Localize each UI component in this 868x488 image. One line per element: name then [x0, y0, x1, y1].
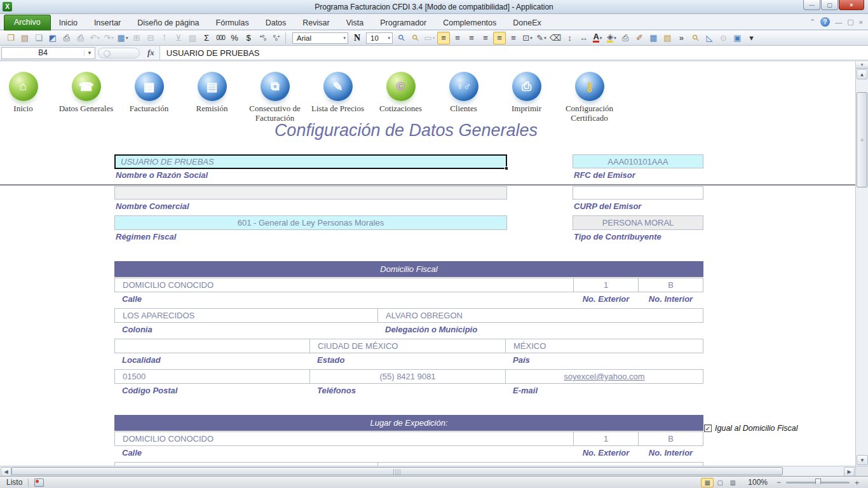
pane-split-line[interactable] — [0, 184, 855, 186]
tab-datos[interactable]: Datos — [257, 16, 295, 30]
delete-cells-icon[interactable]: ⊟ — [144, 32, 157, 44]
align-bottom-icon[interactable]: ≡ — [479, 32, 492, 44]
regimen-fiscal-field[interactable]: 601 - General de Ley Personas Morales — [114, 215, 507, 230]
tab-inicio[interactable]: Inicio — [51, 16, 86, 30]
draw-border-icon[interactable]: ✎▾ — [535, 32, 548, 44]
currency-format-icon[interactable]: $ — [242, 32, 255, 44]
tab-revisar[interactable]: Revisar — [294, 16, 337, 30]
scroll-down-button[interactable]: ▼ — [857, 455, 868, 465]
nav-remision[interactable]: ▤Remisión — [180, 72, 243, 123]
font-color-icon[interactable]: A▾ — [591, 32, 604, 44]
lock-icon[interactable]: ⊙ — [717, 32, 729, 44]
dom-codigo-postal-field[interactable]: 01500 — [114, 369, 310, 384]
name-box[interactable]: B4 ▼ — [1, 47, 95, 59]
page-break-view-button[interactable]: ▥ — [726, 478, 739, 487]
redo-icon[interactable]: ↷▾ — [102, 32, 115, 44]
eraser-icon[interactable]: ⌫ — [549, 32, 562, 44]
scroll-up-button[interactable]: ▲ — [857, 69, 867, 79]
nav-imprimir[interactable]: ⎙Imprimir — [495, 72, 558, 123]
vertical-scrollbar[interactable]: ▼ ▲ ≡ ▼ — [855, 62, 868, 466]
merge-cells-icon[interactable]: ▭▾ — [423, 32, 436, 44]
paste-icon[interactable]: ▤ — [18, 32, 31, 44]
insert-table-icon[interactable]: ▦▾ — [116, 32, 129, 44]
align-center-icon[interactable]: ≡ — [451, 32, 464, 44]
find-icon[interactable]: ⚲ — [689, 32, 702, 44]
tab-complementos[interactable]: Complementos — [435, 16, 505, 30]
scroll-right-button[interactable]: ▶ — [844, 467, 855, 477]
scroll-left-button[interactable]: ◀ — [1, 467, 11, 477]
new-file-icon[interactable]: ❏ — [32, 32, 45, 44]
dom-colonia-field[interactable]: LOS APARECIDOS — [114, 308, 378, 323]
exp-no-exterior-field[interactable]: 1 — [573, 431, 639, 446]
row-height-icon[interactable]: ↕ — [563, 32, 576, 44]
contacts-icon[interactable]: ▤ — [661, 32, 674, 44]
fill-color-icon[interactable]: ◈▾ — [605, 32, 618, 44]
insert-cells-icon[interactable]: ⊞ — [130, 32, 143, 44]
align-middle-icon[interactable]: ≡ — [493, 32, 506, 44]
restore-window-button[interactable]: ▢ — [821, 0, 838, 10]
checkbox-box[interactable]: ✓ — [704, 424, 712, 432]
decrease-decimal-icon[interactable]: ⁰₀⁺ — [270, 32, 283, 44]
vertical-scroll-thumb[interactable]: ≡ — [857, 92, 867, 187]
undo-icon[interactable]: ↶▾ — [88, 32, 101, 44]
column-width-icon[interactable]: ↔ — [577, 32, 590, 44]
zoom-out-button[interactable]: − — [774, 478, 783, 487]
minimize-window-button[interactable]: — — [803, 0, 820, 10]
dom-estado-field[interactable]: CIUDAD DE MÉXICO — [309, 339, 506, 353]
nav-configuracion-certificado[interactable]: ⚷Configuración Certificado — [558, 72, 621, 123]
macro-record-icon[interactable] — [34, 478, 44, 487]
dom-email-link[interactable]: soyexcel@yahoo.com — [505, 369, 703, 384]
formula-input[interactable]: USUARIO DE PRUEBAS — [159, 46, 868, 60]
zoom-slider-thumb[interactable] — [815, 478, 821, 487]
help-icon[interactable]: ? — [820, 17, 830, 27]
nav-facturacion[interactable]: ▦Facturación — [118, 72, 180, 123]
align-left-icon[interactable]: ≡ — [437, 32, 450, 44]
zoom-level[interactable]: 100% — [748, 478, 768, 487]
edit-table-icon[interactable]: ▦ — [647, 32, 660, 44]
font-size-combo[interactable]: 10▾ — [366, 32, 393, 44]
nav-inicio[interactable]: ⌂Inicio — [0, 72, 55, 123]
print-area-icon[interactable]: ⎙ — [619, 32, 632, 44]
save-icon[interactable]: ◩ — [46, 32, 59, 44]
form-properties-icon[interactable]: ▣ — [731, 32, 743, 44]
curp-field[interactable] — [573, 186, 703, 200]
nav-datos-generales[interactable]: ☎Datos Generales — [55, 72, 118, 123]
dom-localidad-field[interactable] — [114, 339, 310, 353]
open-file-icon[interactable]: ❒ — [4, 32, 17, 44]
page-layout-view-button[interactable]: ▢ — [714, 478, 726, 487]
dom-delegacion-field[interactable]: ALVARO OBREGON — [377, 308, 703, 323]
nav-consecutivo-de-facturacion[interactable]: ⧉Consecutivo de Facturación — [243, 72, 306, 123]
font-name-combo[interactable]: Arial▾ — [292, 32, 348, 44]
tab-formulas[interactable]: Fórmulas — [208, 16, 257, 30]
split-box[interactable]: ▼ — [856, 62, 868, 69]
tipo-contribuyente-field[interactable]: PERSONA MORAL — [573, 215, 703, 230]
razon-social-field[interactable]: USUARIO DE PRUEBAS — [114, 154, 507, 169]
tab-insertar[interactable]: Insertar — [86, 16, 129, 30]
exp-calle-field[interactable]: DOMICILIO CONOCIDO — [114, 431, 574, 446]
delete-rows-icon[interactable]: ⊻ — [172, 32, 185, 44]
percent-format-icon[interactable]: % — [228, 32, 241, 44]
dom-telefonos-field[interactable]: (55) 8421 9081 — [309, 369, 506, 384]
toolbar-options-icon[interactable]: ▾ — [745, 32, 757, 44]
minimize-workbook-icon[interactable]: — — [835, 18, 842, 26]
fill-handle[interactable] — [505, 166, 508, 170]
tab-vista[interactable]: Vista — [338, 16, 372, 30]
chart-tools-icon[interactable]: ◺ — [703, 32, 715, 44]
dom-no-exterior-field[interactable]: 1 — [573, 278, 639, 292]
zoom-icon[interactable]: ⚲ — [409, 32, 422, 44]
tab-diseno-de-pagina[interactable]: Diseño de página — [129, 16, 207, 30]
close-workbook-icon[interactable]: × — [859, 18, 863, 26]
normal-view-button[interactable]: ▦ — [701, 478, 714, 487]
horizontal-scroll-thumb[interactable]: |||| — [11, 467, 783, 475]
nav-clientes[interactable]: ♀♂Clientes — [432, 72, 495, 123]
close-window-button[interactable]: × — [839, 0, 864, 10]
exp-no-interior-field[interactable]: B — [638, 431, 703, 446]
dom-calle-field[interactable]: DOMICILIO CONOCIDO — [114, 278, 574, 292]
horizontal-scrollbar[interactable]: ◀ |||| ▶ — [0, 466, 855, 476]
dom-pais-field[interactable]: MÉXICO — [505, 339, 703, 353]
nombre-comercial-field[interactable] — [114, 186, 507, 200]
fx-icon[interactable]: fx — [142, 48, 159, 58]
print-icon[interactable]: ⎙ — [60, 32, 73, 44]
format-painter-icon[interactable]: ✐ — [633, 32, 646, 44]
igual-domicilio-checkbox[interactable]: ✓ Igual al Domicilio Fiscal — [704, 424, 798, 433]
